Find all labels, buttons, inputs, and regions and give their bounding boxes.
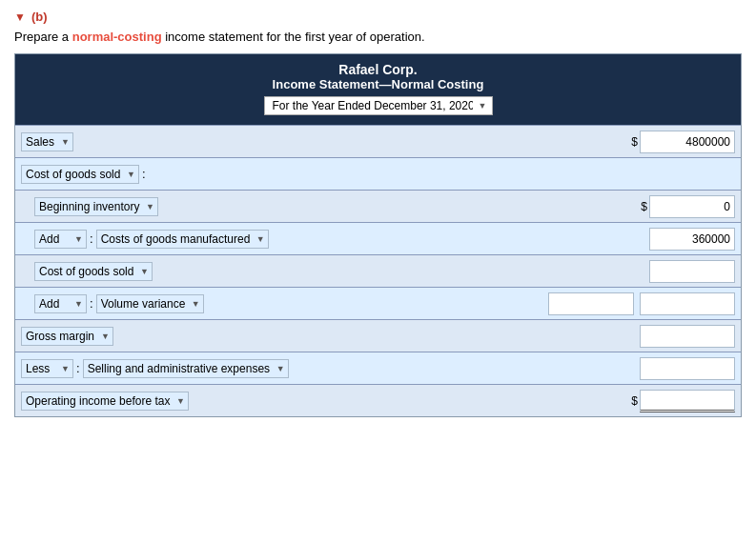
beginning-inventory-label-wrapper[interactable]: Beginning inventory <box>34 197 158 216</box>
selling-admin-label-wrapper[interactable]: Selling and administrative expenses <box>83 359 289 378</box>
operating-income-dollar: $ <box>631 394 638 408</box>
costs-manufactured-colon: : <box>90 231 93 246</box>
selling-admin-row: Less : Selling and administrative expens… <box>15 352 741 384</box>
income-statement-table: Rafael Corp. Income Statement—Normal Cos… <box>14 53 742 417</box>
costs-manufactured-input[interactable] <box>649 228 735 251</box>
operating-income-label-wrapper[interactable]: Operating income before tax <box>21 392 189 411</box>
costs-manufactured-label-wrapper[interactable]: Costs of goods manufactured <box>96 230 269 249</box>
year-select-wrapper[interactable]: For the Year Ended December 31, 2020 <box>264 96 493 115</box>
cogs-subtotal-right <box>649 260 735 283</box>
volume-add-prefix-wrapper[interactable]: Add <box>34 294 87 313</box>
beginning-inventory-dollar: $ <box>641 200 647 213</box>
gross-margin-right <box>640 325 735 348</box>
less-prefix-wrapper[interactable]: Less <box>21 359 73 378</box>
costs-manufactured-row: Add : Costs of goods manufactured <box>15 222 741 254</box>
cogs-label-wrapper[interactable]: Cost of goods sold <box>21 165 139 184</box>
sales-dollar-sign: $ <box>631 135 638 149</box>
statement-title: Income Statement—Normal Costing <box>19 77 737 91</box>
table-header: Rafael Corp. Income Statement—Normal Cos… <box>15 54 741 125</box>
cogs-subtotal-label-wrapper[interactable]: Cost of goods sold <box>34 262 153 281</box>
costs-manufactured-right <box>649 228 735 251</box>
cogs-subtotal-select[interactable]: Cost of goods sold <box>34 262 153 281</box>
selling-admin-input[interactable] <box>640 357 735 380</box>
gross-margin-select[interactable]: Gross margin <box>21 327 113 346</box>
section-label: (b) <box>31 10 48 24</box>
gross-margin-row: Gross margin <box>15 319 741 352</box>
operating-income-input[interactable] <box>640 390 735 412</box>
selling-admin-colon: : <box>76 361 80 375</box>
company-name: Rafael Corp. <box>19 62 737 77</box>
collapse-arrow-icon[interactable]: ▼ <box>14 10 26 24</box>
intro-paragraph: Prepare a normal-costing income statemen… <box>14 30 742 44</box>
sales-label-select[interactable]: Sales <box>21 132 73 151</box>
volume-variance-right <box>548 292 735 315</box>
gross-margin-input[interactable] <box>640 325 735 348</box>
volume-variance-input1[interactable] <box>548 292 634 315</box>
volume-variance-row: Add : Volume variance <box>15 287 741 319</box>
sales-input[interactable] <box>640 131 735 153</box>
selling-admin-select[interactable]: Selling and administrative expenses <box>83 359 289 378</box>
costs-manufactured-select[interactable]: Costs of goods manufactured <box>96 230 269 249</box>
operating-income-right: $ <box>627 390 735 412</box>
table-body: Sales $ Cost of goods sold : Beginning i… <box>15 125 741 416</box>
beginning-inventory-input[interactable] <box>649 195 735 218</box>
sales-label-wrapper[interactable]: Sales <box>21 132 73 151</box>
volume-variance-colon: : <box>90 296 93 311</box>
beginning-inventory-select[interactable]: Beginning inventory <box>34 197 158 216</box>
year-select-row: For the Year Ended December 31, 2020 <box>19 96 737 115</box>
selling-admin-right <box>640 357 735 380</box>
operating-income-select[interactable]: Operating income before tax <box>21 392 189 411</box>
sales-right-area: $ <box>627 131 735 153</box>
year-select[interactable]: For the Year Ended December 31, 2020 <box>264 96 493 115</box>
operating-income-row: Operating income before tax $ <box>15 384 741 416</box>
volume-variance-label-wrapper[interactable]: Volume variance <box>96 294 204 313</box>
sales-row: Sales $ <box>15 125 741 157</box>
less-prefix-select[interactable]: Less <box>21 359 73 378</box>
cogs-colon: : <box>142 167 146 181</box>
volume-variance-select[interactable]: Volume variance <box>96 294 204 313</box>
beginning-inventory-right: $ <box>637 195 735 218</box>
volume-variance-input2[interactable] <box>640 292 735 315</box>
section-header: ▼ (b) <box>14 10 742 24</box>
add-prefix-select[interactable]: Add <box>34 230 87 249</box>
cogs-header-row: Cost of goods sold : <box>15 157 741 190</box>
cogs-subtotal-input[interactable] <box>649 260 735 283</box>
volume-add-prefix-select[interactable]: Add <box>34 294 87 313</box>
cogs-subtotal-row: Cost of goods sold <box>15 254 741 287</box>
cogs-label-select[interactable]: Cost of goods sold <box>21 165 139 184</box>
beginning-inventory-row: Beginning inventory $ <box>15 190 741 222</box>
gross-margin-label-wrapper[interactable]: Gross margin <box>21 327 113 346</box>
add-prefix-wrapper[interactable]: Add <box>34 230 87 249</box>
